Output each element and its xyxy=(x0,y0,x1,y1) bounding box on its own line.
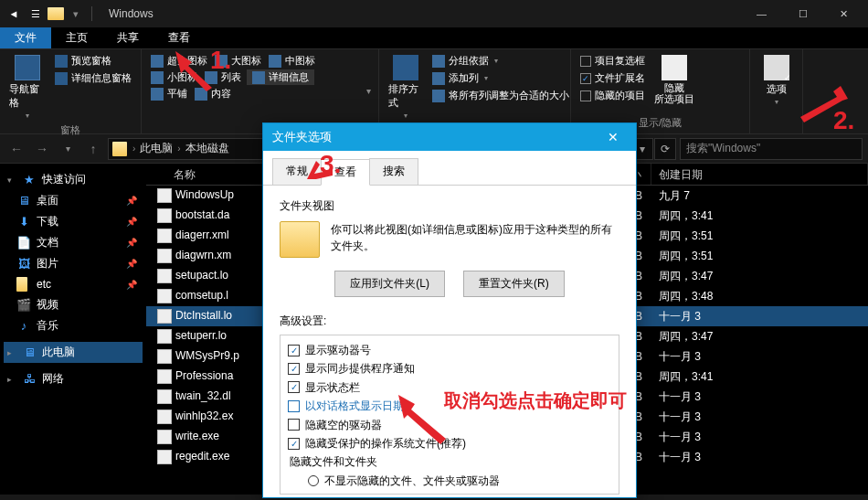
file-icon xyxy=(157,430,172,444)
folder-icon xyxy=(16,277,31,292)
sidebar: ▾★快速访问 🖥桌面📌 ⬇下载📌 📄文档📌 🖼图片📌 etc📌 🎬视频 ♪音乐 … xyxy=(0,164,146,495)
nav-pane-button[interactable]: 导航窗格 ▾ xyxy=(7,53,48,122)
annotation-arrow-1 xyxy=(175,51,221,91)
details-pane-button[interactable]: 详细信息窗格 xyxy=(53,70,133,86)
group-by-button[interactable]: 分组依据▾ xyxy=(430,53,571,69)
autosize-columns-button[interactable]: 将所有列调整为合适的大小 xyxy=(430,88,571,103)
svg-marker-1 xyxy=(800,86,848,122)
checkbox-checked-icon: ✓ xyxy=(288,438,300,450)
apply-to-folders-button[interactable]: 应用到文件夹(L) xyxy=(334,271,445,297)
sidebar-music[interactable]: ♪音乐 xyxy=(4,315,143,336)
details-icon xyxy=(252,71,265,84)
sidebar-videos[interactable]: 🎬视频 xyxy=(4,294,143,315)
breadcrumb-disk[interactable]: 本地磁盘 xyxy=(183,141,232,156)
checkbox-icon xyxy=(288,419,300,431)
adv-show-hidden[interactable]: 显示隐藏的文件、文件夹和驱动器 xyxy=(288,490,611,495)
sidebar-network[interactable]: ▸🖧网络 xyxy=(4,368,143,389)
nav-forward-button[interactable]: → xyxy=(31,138,53,160)
sidebar-documents[interactable]: 📄文档📌 xyxy=(4,232,143,253)
group-icon xyxy=(432,55,445,68)
documents-icon: 📄 xyxy=(16,236,31,250)
sidebar-pictures[interactable]: 🖼图片📌 xyxy=(4,253,143,274)
sort-icon xyxy=(393,55,418,80)
adv-hidden-files-group: 隐藏文件和文件夹 xyxy=(288,452,611,471)
search-placeholder: 搜索"Windows" xyxy=(686,141,760,156)
window-title: Windows xyxy=(109,7,153,20)
checkbox-checked-icon: ✓ xyxy=(288,381,300,393)
qat-back-icon[interactable]: ◄ xyxy=(4,4,24,24)
close-button[interactable]: ✕ xyxy=(823,0,864,27)
nav-back-button[interactable]: ← xyxy=(5,138,27,160)
preview-pane-icon xyxy=(55,55,68,68)
maximize-button[interactable]: ☐ xyxy=(782,0,823,27)
sidebar-downloads[interactable]: ⬇下载📌 xyxy=(4,211,143,232)
radio-checked-icon xyxy=(308,494,319,495)
hide-selected-button[interactable]: 隐藏 所选项目 xyxy=(652,53,696,114)
sidebar-this-pc[interactable]: ▸🖥此电脑 xyxy=(4,342,143,363)
column-created[interactable]: 创建日期 xyxy=(651,164,869,185)
file-icon xyxy=(157,309,172,324)
sidebar-quick-access[interactable]: ▾★快速访问 xyxy=(4,169,143,190)
ribbon-group-pane-label: 窗格 xyxy=(7,122,133,139)
item-checkboxes-toggle[interactable]: 项目复选框 xyxy=(578,53,647,69)
sort-button[interactable]: 排序方式 ▾ xyxy=(386,53,425,122)
details-pane-icon xyxy=(55,72,68,85)
annotation-arrow-note xyxy=(398,395,453,446)
file-icon xyxy=(157,249,172,263)
qat-dropdown-icon[interactable]: ▾ xyxy=(66,4,86,24)
hidden-items-toggle[interactable]: 隐藏的项目 xyxy=(578,88,647,103)
qat-folder-icon[interactable] xyxy=(48,7,64,20)
reset-folders-button[interactable]: 重置文件夹(R) xyxy=(463,271,565,297)
star-icon: ★ xyxy=(22,173,37,187)
layout-details[interactable]: 详细信息 xyxy=(247,69,314,85)
file-extensions-toggle[interactable]: ✓文件扩展名 xyxy=(578,70,647,86)
file-icon xyxy=(157,289,172,303)
folder-preview-icon xyxy=(280,221,320,258)
folder-icon xyxy=(112,142,127,156)
breadcrumb-pc[interactable]: 此电脑 xyxy=(137,141,175,156)
checkbox-checked-icon: ✓ xyxy=(288,363,300,375)
advanced-settings-label: 高级设置: xyxy=(280,314,619,329)
checkbox-checked-icon: ✓ xyxy=(580,73,591,84)
checkbox-icon xyxy=(580,56,591,67)
svg-marker-2 xyxy=(307,161,333,179)
tab-home[interactable]: 主页 xyxy=(51,27,102,48)
adv-dont-show-hidden[interactable]: 不显示隐藏的文件、文件夹或驱动器 xyxy=(288,472,611,490)
radio-icon xyxy=(308,475,319,486)
tab-share[interactable]: 共享 xyxy=(102,27,153,48)
videos-icon: 🎬 xyxy=(16,298,31,313)
layout-m[interactable]: 中图标 xyxy=(267,53,317,69)
options-button[interactable]: ✓ 选项 ▾ xyxy=(757,53,796,117)
file-icon xyxy=(157,269,172,283)
pictures-icon: 🖼 xyxy=(16,257,31,271)
nav-recent-button[interactable]: ▾ xyxy=(57,138,79,160)
file-icon xyxy=(157,329,172,344)
dialog-tab-search[interactable]: 搜索 xyxy=(369,158,418,185)
annotation-arrow-2 xyxy=(793,86,848,126)
nav-pane-icon xyxy=(15,55,40,80)
nav-up-button[interactable]: ↑ xyxy=(82,138,104,160)
folder-view-section-label: 文件夹视图 xyxy=(280,198,619,214)
add-columns-button[interactable]: 添加列▾ xyxy=(430,70,571,86)
minimize-button[interactable]: ― xyxy=(741,0,782,27)
preview-pane-button[interactable]: 预览窗格 xyxy=(53,53,133,69)
network-icon: 🖧 xyxy=(22,372,37,387)
dialog-close-button[interactable]: ✕ xyxy=(599,130,627,144)
tab-view[interactable]: 查看 xyxy=(153,27,205,48)
options-icon: ✓ xyxy=(764,55,789,80)
qat-props-icon[interactable]: ☰ xyxy=(26,4,46,24)
sidebar-etc[interactable]: etc📌 xyxy=(4,274,143,294)
checkbox-icon xyxy=(580,90,591,101)
checkbox-checked-icon: ✓ xyxy=(288,345,300,356)
download-icon: ⬇ xyxy=(16,215,31,229)
refresh-button[interactable]: ⟳ xyxy=(654,138,676,160)
adv-show-drive-letters[interactable]: ✓显示驱动器号 xyxy=(288,341,611,359)
file-icon xyxy=(157,410,172,424)
file-icon xyxy=(157,450,172,464)
search-input[interactable]: 搜索"Windows" xyxy=(680,138,863,160)
music-icon: ♪ xyxy=(16,319,31,334)
tab-file[interactable]: 文件 xyxy=(0,27,51,48)
sidebar-desktop[interactable]: 🖥桌面📌 xyxy=(4,190,143,211)
adv-show-sync-notifications[interactable]: ✓显示同步提供程序通知 xyxy=(288,359,611,378)
xl-icon xyxy=(151,55,164,68)
